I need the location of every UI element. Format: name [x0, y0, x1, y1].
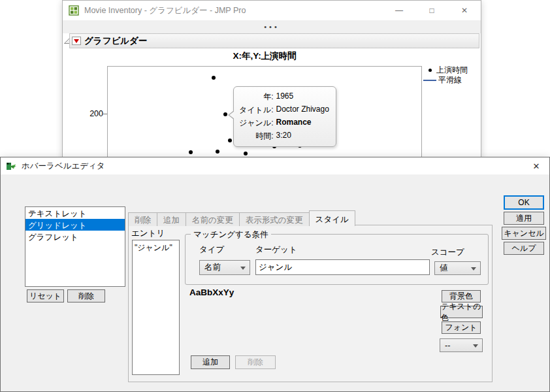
text-color-button[interactable]: テキストの色 — [440, 306, 483, 318]
style-preview-text: AaBbXxYy — [189, 287, 234, 297]
chevron-down-icon — [473, 344, 478, 348]
outline-header: グラフビルダー — [69, 33, 479, 48]
tooltip-value: 3:20 — [276, 131, 331, 142]
tooltip-label: 年: — [239, 91, 273, 103]
style-tab-panel: エントリ "ジャンル" マッチングする条件 タイプ 名前 ターゲット ジャンル … — [128, 225, 493, 382]
scatter-point — [244, 152, 248, 155]
tab-display-format[interactable]: 表示形式の変更 — [239, 212, 310, 226]
window-titlebar: Movie Inventory - グラフビルダー - JMP Pro — □ … — [63, 1, 481, 20]
outline-header-row: グラフビルダー — [63, 33, 481, 48]
scatter-point — [228, 139, 232, 142]
target-input[interactable]: ジャンル — [255, 259, 430, 275]
group-title: マッチングする条件 — [191, 229, 271, 240]
legend-item-smoother: 平滑線 — [423, 75, 468, 85]
graph-builder-window: Movie Inventory - グラフビルダー - JMP Pro — □ … — [62, 0, 481, 157]
scope-label: スコープ — [431, 247, 464, 258]
list-delete-button[interactable]: 削除 — [67, 289, 105, 302]
tooltip-label: ジャンル: — [239, 118, 273, 129]
entry-add-button[interactable]: 追加 — [191, 355, 230, 369]
tooltip-value: Romance — [276, 118, 331, 129]
dialog-title: ホバーラベルエディタ — [22, 161, 105, 172]
chart-frame: 年: 1965 タイトル: Doctor Zhivago ジャンル: Roman… — [107, 66, 422, 158]
point-marker-icon — [429, 69, 432, 72]
collapsed-toolbar: ••• — [63, 20, 481, 33]
chevron-down-icon — [240, 267, 246, 270]
extra-style-dropdown[interactable]: -- — [440, 338, 483, 352]
type-label: タイプ — [199, 244, 224, 255]
cancel-button[interactable]: キャンセル — [502, 227, 546, 240]
scatter-point — [212, 76, 216, 80]
reset-button[interactable]: リセット — [27, 289, 64, 302]
list-item-textlet[interactable]: テキストレット — [25, 207, 125, 219]
target-label: ターゲット — [255, 244, 297, 255]
tab-style[interactable]: スタイル — [309, 210, 355, 226]
dialog-titlebar: ホバーラベルエディタ ✕ — [1, 157, 549, 174]
apply-button[interactable]: 適用 — [504, 212, 544, 225]
list-item-graphlet[interactable]: グラフレット — [25, 231, 125, 242]
y-axis-tick-label: 200 — [81, 109, 103, 118]
minimize-button[interactable]: — — [383, 1, 415, 20]
toolbar-dots-toggle[interactable]: ••• — [264, 23, 280, 31]
scatter-point — [223, 112, 227, 116]
red-triangle-menu-button[interactable] — [72, 37, 81, 45]
tab-delete[interactable]: 削除 — [128, 212, 157, 226]
type-dropdown[interactable]: 名前 — [199, 260, 250, 275]
tooltip-label: タイトル: — [239, 105, 273, 116]
legend-item-points: 上演時間 — [423, 65, 468, 75]
entries-listbox[interactable]: "ジャンル" — [132, 240, 180, 375]
maximize-button[interactable]: □ — [415, 1, 448, 20]
ok-button[interactable]: OK — [504, 195, 544, 210]
hoverlet-listbox[interactable]: テキストレット グリッドレット グラフレット — [25, 206, 125, 287]
chevron-down-icon — [471, 267, 476, 270]
hover-label-editor-dialog: ホバーラベルエディタ ✕ テキストレット グリッドレット グラフレット リセット… — [0, 157, 550, 392]
dialog-close-button[interactable]: ✕ — [523, 157, 549, 174]
jmp-table-icon — [69, 5, 79, 16]
window-title: Movie Inventory - グラフビルダー - JMP Pro — [84, 5, 246, 16]
entries-label: エントリ — [131, 228, 165, 239]
matching-condition-group: マッチングする条件 タイプ 名前 ターゲット ジャンル スコープ 値 — [185, 234, 489, 285]
font-button[interactable]: フォント — [442, 321, 481, 334]
tab-rename[interactable]: 名前の変更 — [186, 212, 240, 226]
tab-bar: 削除 追加 名前の変更 表示形式の変更 スタイル — [128, 210, 355, 226]
tab-add[interactable]: 追加 — [157, 212, 186, 226]
scatter-point — [189, 150, 193, 154]
scatter-point — [216, 150, 219, 154]
tooltip-value: 1965 — [276, 91, 331, 103]
chart-region: X:年,Y:上演時間 200 年: 1965 タイトル: Doctor Zhiv… — [63, 48, 481, 158]
close-button[interactable]: ✕ — [448, 1, 481, 20]
line-marker-icon — [423, 80, 436, 81]
help-button[interactable]: ヘルプ — [504, 242, 544, 255]
plot-legend: 上演時間 平滑線 — [423, 65, 468, 85]
tooltip-label: 時間: — [239, 131, 273, 142]
jmp-dialog-icon — [6, 161, 17, 171]
scope-dropdown[interactable]: 値 — [434, 261, 481, 275]
entry-remove-button[interactable]: 削除 — [235, 355, 276, 369]
list-item-gridlet[interactable]: グリッドレット — [25, 219, 125, 231]
outline-title: グラフビルダー — [84, 35, 147, 47]
entry-item[interactable]: "ジャンル" — [133, 240, 179, 255]
plot-title: X:年,Y:上演時間 — [107, 50, 422, 62]
tooltip-value: Doctor Zhivago — [276, 105, 331, 116]
hover-label-tooltip: 年: 1965 タイトル: Doctor Zhivago ジャンル: Roman… — [233, 86, 336, 147]
